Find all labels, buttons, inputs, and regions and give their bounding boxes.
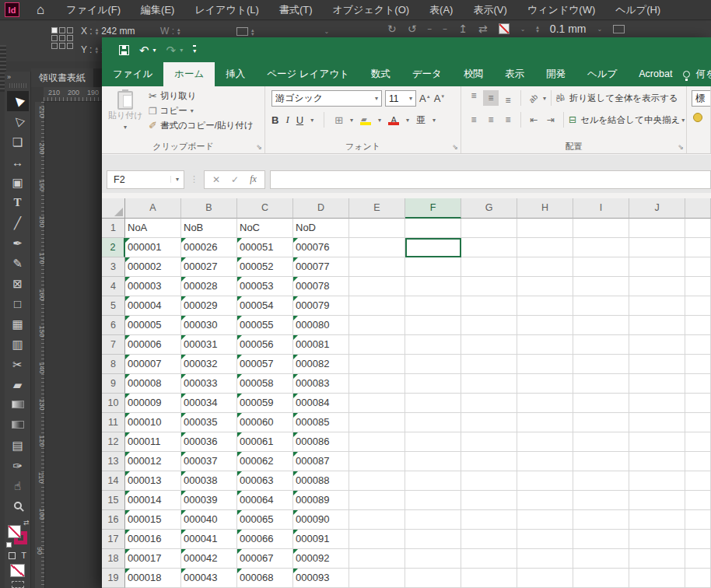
cell-H19[interactable] <box>517 569 573 588</box>
cell-J7[interactable] <box>629 335 685 355</box>
cell-C4[interactable]: 000053 <box>237 277 293 296</box>
page-tool[interactable]: ❏ <box>7 131 29 152</box>
undo-icon[interactable]: ↶ <box>139 44 149 56</box>
cell-G15[interactable] <box>461 491 517 510</box>
cell-I2[interactable] <box>573 238 629 257</box>
cell-H7[interactable] <box>517 335 573 355</box>
cell-G4[interactable] <box>461 277 517 296</box>
cell-C1[interactable]: NoC <box>237 219 293 238</box>
cell-C14[interactable]: 000063 <box>237 471 293 491</box>
cell-B1[interactable]: NoB <box>181 219 237 238</box>
column-header-J[interactable]: J <box>629 198 685 219</box>
cell-G14[interactable] <box>461 471 517 491</box>
cell-D13[interactable]: 000087 <box>293 452 349 471</box>
redo-dropdown-icon[interactable]: ▾ <box>180 47 183 54</box>
cell-E5[interactable] <box>349 296 405 316</box>
menu-table[interactable]: 表(A) <box>429 3 453 17</box>
flip-vertical-icon[interactable]: − <box>443 25 447 33</box>
cell-I7[interactable] <box>573 335 629 355</box>
cell-B9[interactable]: 000033 <box>181 374 237 394</box>
gradient-swatch-tool[interactable] <box>7 394 29 415</box>
fill-stroke-proxy[interactable]: ⇄ <box>6 519 30 548</box>
cell-E6[interactable] <box>349 316 405 335</box>
cell-B19[interactable]: 000043 <box>181 569 237 588</box>
tell-me[interactable]: 何をしますか <box>683 62 711 86</box>
row-header-12[interactable]: 12 <box>102 432 125 452</box>
cell-C19[interactable]: 000068 <box>237 569 293 588</box>
cell-I19[interactable] <box>573 569 629 588</box>
cell-C13[interactable]: 000062 <box>237 452 293 471</box>
tab-formulas[interactable]: 数式 <box>360 62 401 86</box>
cell-D1[interactable]: NoD <box>293 219 349 238</box>
row-header-2[interactable]: 2 <box>102 238 125 257</box>
cell-F19[interactable] <box>405 569 461 588</box>
column-header-B[interactable]: B <box>181 198 237 219</box>
cell-H17[interactable] <box>517 530 573 549</box>
column-header-D[interactable]: D <box>293 198 349 219</box>
cell-E3[interactable] <box>349 257 405 277</box>
row-header-9[interactable]: 9 <box>102 374 125 394</box>
cell-C15[interactable]: 000064 <box>237 491 293 510</box>
formatting-affects-text-button[interactable]: T <box>21 551 26 560</box>
font-color-button[interactable]: A <box>388 115 399 125</box>
orientation-dropdown-icon[interactable]: ▾ <box>543 95 546 102</box>
cell-B14[interactable]: 000038 <box>181 471 237 491</box>
cell-I11[interactable] <box>573 413 629 432</box>
cell-G11[interactable] <box>461 413 517 432</box>
cell-I10[interactable] <box>573 394 629 413</box>
cell-I16[interactable] <box>573 510 629 530</box>
cell-F12[interactable] <box>405 432 461 452</box>
cell-G3[interactable] <box>461 257 517 277</box>
cell-C9[interactable]: 000058 <box>237 374 293 394</box>
cell-B8[interactable]: 000032 <box>181 355 237 374</box>
menu-help[interactable]: ヘルプ(H) <box>615 3 660 17</box>
cell-G5[interactable] <box>461 296 517 316</box>
cell-E9[interactable] <box>349 374 405 394</box>
redo-icon[interactable]: ↷ <box>166 44 177 56</box>
row-header-14[interactable]: 14 <box>102 471 125 491</box>
cell-A3[interactable]: 000002 <box>125 257 181 277</box>
cell-B15[interactable]: 000039 <box>181 491 237 510</box>
cell-A12[interactable]: 000011 <box>125 432 181 452</box>
cell-I12[interactable] <box>573 432 629 452</box>
cell-I3[interactable] <box>573 257 629 277</box>
default-fill-stroke-icon[interactable] <box>6 542 12 548</box>
cell-F4[interactable] <box>405 277 461 296</box>
cell-D18[interactable]: 000092 <box>293 549 349 569</box>
cell-E17[interactable] <box>349 530 405 549</box>
column-header-H[interactable]: H <box>517 198 573 219</box>
type-tool[interactable]: T <box>7 192 29 212</box>
cell-B11[interactable]: 000035 <box>181 413 237 432</box>
cell-B4[interactable]: 000028 <box>181 277 237 296</box>
fit-stepper[interactable]: ▴▾ <box>251 28 254 36</box>
toolbar-expand-icon[interactable]: » <box>7 73 11 81</box>
cell-H9[interactable] <box>517 374 573 394</box>
menu-window[interactable]: ウィンドウ(W) <box>527 3 595 17</box>
cell-I5[interactable] <box>573 296 629 316</box>
cell-H2[interactable] <box>517 238 573 257</box>
row-header-11[interactable]: 11 <box>102 413 125 432</box>
cell-C12[interactable]: 000061 <box>237 432 293 452</box>
tab-acrobat[interactable]: Acrobat <box>628 62 683 86</box>
cell-B5[interactable]: 000029 <box>181 296 237 316</box>
eyedropper-tool[interactable]: ✑ <box>7 455 29 475</box>
cell-I6[interactable] <box>573 316 629 335</box>
align-middle-button[interactable]: ≡ <box>483 90 499 106</box>
cell-C18[interactable]: 000067 <box>237 549 293 569</box>
rectangle-tool[interactable]: □ <box>7 293 29 313</box>
cell-G2[interactable] <box>461 238 517 257</box>
bold-button[interactable]: B <box>271 114 278 126</box>
cell-E7[interactable] <box>349 335 405 355</box>
content-collector-tool[interactable]: ▣ <box>7 172 29 192</box>
font-dialog-launcher-icon[interactable]: ⇘ <box>452 143 458 151</box>
horizontal-grid-tool[interactable]: ▦ <box>7 313 29 334</box>
cell-D14[interactable]: 000088 <box>293 471 349 491</box>
cell-G8[interactable] <box>461 355 517 374</box>
cell-D16[interactable]: 000090 <box>293 510 349 530</box>
row-header-16[interactable]: 16 <box>102 510 125 530</box>
reference-point-selector[interactable] <box>51 27 73 49</box>
name-box-dropdown-icon[interactable]: ▾ <box>170 176 184 183</box>
cell-H15[interactable] <box>517 491 573 510</box>
cell-C16[interactable]: 000065 <box>237 510 293 530</box>
cell-G9[interactable] <box>461 374 517 394</box>
